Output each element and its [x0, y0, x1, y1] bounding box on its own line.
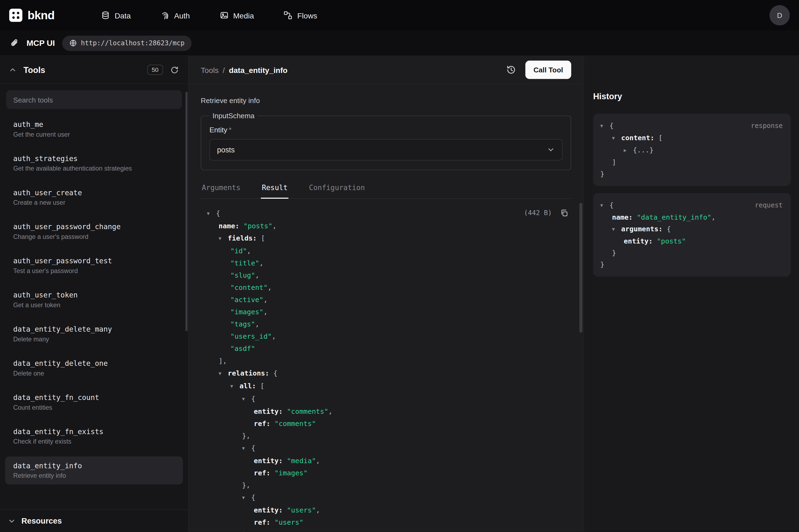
collapse-arrow-icon[interactable]: ▼ [242, 442, 251, 454]
json-line: }, [207, 430, 571, 442]
screen: bknd Data Auth [0, 0, 799, 532]
nav-label: Auth [174, 11, 190, 20]
json-line: ▶{...} [600, 144, 783, 156]
json-token: { [609, 201, 613, 209]
workflow-icon [283, 11, 293, 20]
collapse-arrow-icon[interactable]: ▼ [230, 380, 240, 392]
json-token: { [609, 121, 613, 129]
user-avatar[interactable]: D [769, 5, 790, 25]
tools-sidebar: Tools 50 auth_meGet the current userauth… [0, 56, 189, 532]
json-token: [ [257, 234, 265, 242]
sidebar-tool-auth_user_create[interactable]: auth_user_createCreate a new user [5, 183, 183, 211]
main-scrollbar[interactable] [579, 203, 582, 333]
refresh-icon [170, 65, 179, 74]
top-nav: bknd Data Auth [0, 0, 799, 31]
json-line: name: "posts", [207, 220, 571, 232]
history-panel: History response▼{▼content: [▶{...}]}req… [583, 56, 799, 532]
json-line: "tags", [207, 318, 571, 330]
tool-name: data_entity_fn_exists [13, 428, 175, 435]
entity-select[interactable]: posts [209, 139, 563, 160]
json-token: {...} [633, 146, 653, 154]
json-line: } [600, 259, 783, 270]
json-token: entity: [254, 407, 283, 415]
result-json-tree: ▼{name: "posts",▼fields: ["id","title","… [207, 207, 571, 532]
entity-select-value: posts [217, 146, 234, 154]
json-line: "users_id", [207, 330, 571, 342]
copy-icon [560, 209, 568, 217]
collapse-arrow-icon[interactable]: ▼ [612, 132, 621, 144]
collapse-arrow-icon[interactable]: ▼ [600, 200, 609, 211]
breadcrumb-root[interactable]: Tools [201, 65, 218, 74]
chevron-down-icon [547, 146, 555, 154]
brand-name: bknd [27, 8, 54, 22]
tab-configuration[interactable]: Configuration [308, 183, 366, 198]
sidebar-tool-data_entity_delete_one[interactable]: data_entity_delete_oneDelete one [5, 354, 183, 382]
refresh-tools-button[interactable] [169, 64, 180, 75]
sidebar-tool-data_entity_fn_count[interactable]: data_entity_fn_countCount entities [5, 388, 183, 416]
json-token: arguments: [621, 225, 663, 233]
history-card-response[interactable]: response▼{▼content: [▶{...}]} [593, 114, 791, 186]
database-icon [101, 11, 110, 20]
collapse-arrow-icon[interactable]: ▼ [600, 120, 609, 132]
sidebar-tool-data_entity_info[interactable]: data_entity_infoRetrieve entity info [5, 456, 183, 484]
tab-arguments[interactable]: Arguments [201, 183, 241, 198]
json-line: ▼fields: [ [207, 232, 571, 245]
sidebar-tool-data_entity_fn_exists[interactable]: data_entity_fn_existsCheck if entity exi… [5, 422, 183, 450]
sidebar-tool-data_entity_delete_many[interactable]: data_entity_delete_manyDelete many [5, 320, 183, 348]
json-token: } [600, 260, 604, 268]
collapse-arrow-icon[interactable]: ▼ [242, 492, 251, 504]
json-line: ▼{ [207, 491, 571, 504]
call-tool-button[interactable]: Call Tool [525, 61, 571, 79]
json-line: ] [600, 156, 783, 168]
tool-detail-body: Retrieve entity info InputSchema Entity*… [189, 84, 583, 532]
main-nav: Data Auth Media [101, 11, 317, 20]
sidebar-tool-auth_user_token[interactable]: auth_user_tokenGet a user token [5, 286, 183, 314]
tool-description: Retrieve entity info [13, 472, 175, 479]
result-json-viewer: (442 B) ▼{name: "posts",▼fields: ["id","… [201, 199, 571, 532]
image-icon [220, 11, 229, 20]
json-line: "title", [207, 257, 571, 269]
collapse-arrow-icon[interactable]: ▼ [612, 224, 621, 235]
mcp-url-pill[interactable]: http://localhost:28623/mcp [62, 36, 192, 51]
sidebar-tool-auth_strategies[interactable]: auth_strategiesGet the available authent… [5, 149, 183, 177]
expand-arrow-icon[interactable]: ▶ [624, 145, 633, 156]
search-input[interactable] [6, 90, 182, 109]
nav-item-auth[interactable]: Auth [160, 11, 190, 20]
json-token: [ [256, 381, 264, 390]
json-token: , [328, 407, 332, 415]
json-token: relations: [228, 369, 269, 377]
history-card-request[interactable]: request▼{name: "data_entity_info",▼argum… [593, 193, 791, 277]
collapse-arrow-icon[interactable]: ▼ [242, 393, 251, 405]
json-token: , [272, 222, 277, 230]
json-line: "id", [207, 245, 571, 257]
nav-item-media[interactable]: Media [220, 11, 254, 20]
tool-description: Get a user token [13, 302, 175, 308]
history-cards: response▼{▼content: [▶{...}]}request▼{na… [593, 114, 791, 277]
json-token: all: [240, 381, 256, 390]
header-actions: Call Tool [505, 61, 571, 79]
collapse-arrow-icon[interactable]: ▼ [218, 232, 228, 245]
json-line: ], [207, 355, 571, 367]
copy-button[interactable] [559, 208, 569, 218]
json-token: "asdf" [230, 344, 255, 353]
sidebar-tool-auth_me[interactable]: auth_meGet the current user [5, 115, 183, 143]
collapse-arrow-icon[interactable]: ▼ [218, 367, 228, 380]
json-token: "users_id" [230, 332, 272, 340]
mcp-url: http://localhost:28623/mcp [81, 39, 185, 47]
tab-result[interactable]: Result [261, 183, 289, 198]
resources-section-header[interactable]: Resources [0, 510, 188, 532]
sidebar-tool-auth_user_password_test[interactable]: auth_user_password_testTest a user's pas… [5, 252, 183, 280]
json-token: , [263, 296, 267, 304]
collapse-tools-button[interactable] [8, 65, 17, 74]
sidebar-tool-auth_user_password_change[interactable]: auth_user_password_changeChange a user's… [5, 217, 183, 245]
json-line: ref: "users" [207, 516, 571, 528]
json-line: } [600, 168, 783, 180]
tool-name: auth_strategies [13, 154, 175, 163]
json-line: ref: "comments" [207, 417, 571, 430]
sidebar-scrollbar[interactable] [186, 92, 188, 331]
nav-item-data[interactable]: Data [101, 11, 131, 20]
brand-logo[interactable]: bknd [9, 8, 86, 22]
nav-item-flows[interactable]: Flows [283, 11, 317, 20]
history-button[interactable] [505, 64, 517, 76]
collapse-arrow-icon[interactable]: ▼ [207, 207, 216, 220]
